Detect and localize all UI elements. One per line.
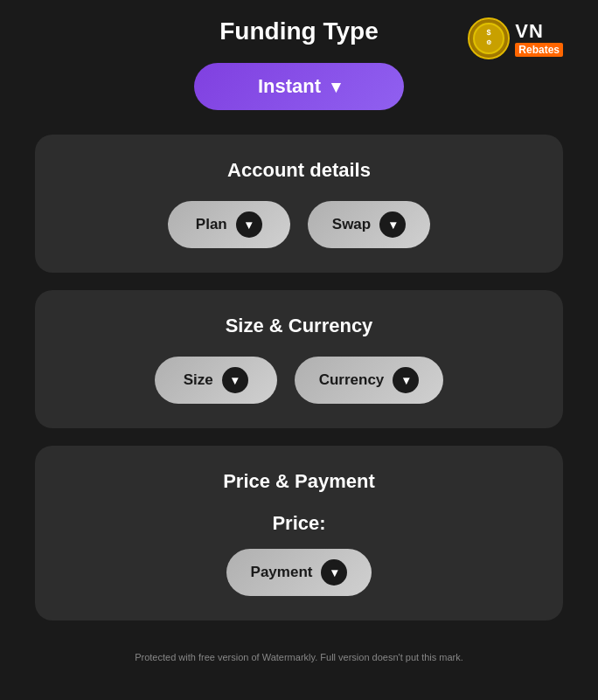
logo-area: $ ⚙ VN Rebates	[468, 17, 563, 59]
svg-text:⚙: ⚙	[486, 39, 491, 45]
svg-text:$: $	[487, 28, 491, 37]
plan-label: Plan	[196, 216, 227, 233]
payment-dropdown-button[interactable]: Payment ▾	[226, 549, 372, 596]
account-details-buttons: Plan ▾ Swap ▾	[70, 201, 528, 248]
currency-label: Currency	[319, 371, 385, 389]
logo-text-group: VN Rebates	[515, 20, 563, 58]
page-title: Funding Type	[219, 17, 378, 45]
instant-label: Instant	[258, 75, 321, 98]
logo-rebates: Rebates	[515, 43, 563, 57]
size-label: Size	[184, 371, 213, 389]
payment-label: Payment	[251, 564, 313, 581]
account-details-card: Account details Plan ▾ Swap ▾	[35, 135, 563, 273]
payment-chevron-icon: ▾	[321, 559, 347, 586]
logo-vn: VN	[515, 20, 563, 43]
logo-icon: $ ⚙	[468, 17, 510, 59]
account-details-title: Account details	[70, 159, 528, 182]
header-area: Funding Type $ ⚙ VN Rebates	[35, 17, 563, 45]
price-payment-card: Price & Payment Price: Payment ▾	[35, 446, 563, 620]
instant-dropdown-button[interactable]: Instant ▾	[194, 63, 404, 110]
instant-chevron-icon: ▾	[331, 76, 340, 97]
size-currency-title: Size & Currency	[70, 315, 528, 337]
size-dropdown-button[interactable]: Size ▾	[155, 357, 277, 404]
plan-dropdown-button[interactable]: Plan ▾	[168, 201, 290, 248]
currency-dropdown-button[interactable]: Currency ▾	[295, 357, 444, 404]
swap-label: Swap	[332, 216, 371, 233]
swap-dropdown-button[interactable]: Swap ▾	[308, 201, 430, 248]
watermark-text: Protected with free version of Watermark…	[117, 652, 481, 662]
price-label: Price:	[70, 512, 528, 535]
price-payment-buttons: Payment ▾	[70, 549, 528, 596]
size-currency-card: Size & Currency Size ▾ Currency ▾	[35, 290, 563, 428]
plan-chevron-icon: ▾	[236, 211, 262, 238]
swap-chevron-icon: ▾	[379, 211, 406, 238]
size-chevron-icon: ▾	[222, 367, 248, 393]
size-currency-buttons: Size ▾ Currency ▾	[70, 357, 528, 404]
price-payment-title: Price & Payment	[70, 470, 528, 493]
currency-chevron-icon: ▾	[393, 367, 419, 393]
